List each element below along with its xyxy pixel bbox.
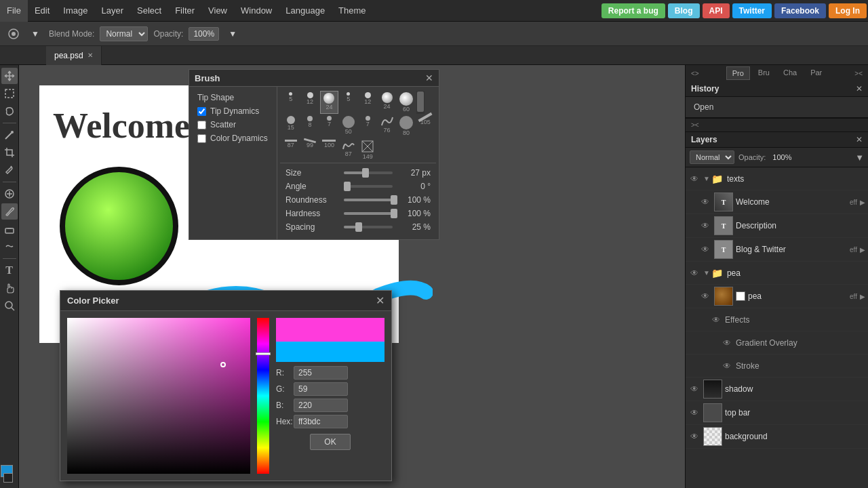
file-tab[interactable]: pea.psd ✕	[46, 46, 102, 65]
brush-tip-11[interactable]: 50	[339, 115, 357, 138]
brush-tip-18[interactable]: 100	[320, 138, 338, 161]
scatter-section[interactable]: Scatter	[193, 118, 273, 131]
brush-tip-1[interactable]: 5	[281, 91, 300, 114]
menu-view[interactable]: View	[201, 0, 234, 22]
tool-eyedropper[interactable]	[1, 162, 18, 178]
layer-top-bar[interactable]: 👁 top bar	[686, 401, 868, 425]
brush-panel-close[interactable]: ✕	[425, 73, 433, 83]
layer-vis-topbar[interactable]: 👁	[688, 407, 701, 419]
layer-gradient-overlay[interactable]: 👁 Gradient Overlay	[686, 331, 868, 354]
menu-theme[interactable]: Theme	[332, 0, 372, 22]
layers-close[interactable]: ✕	[856, 135, 863, 144]
color-dynamics-checkbox[interactable]	[197, 134, 206, 143]
brush-tip-9[interactable]: 8	[300, 115, 319, 138]
tool-brush-icon[interactable]	[5, 26, 22, 42]
layer-shadow[interactable]: 👁 shadow	[686, 378, 868, 401]
brush-tip-5[interactable]: 12	[359, 91, 377, 114]
hex-input[interactable]	[294, 415, 348, 428]
pro-tab[interactable]: Pro	[726, 66, 750, 80]
tool-zoom[interactable]	[1, 298, 18, 314]
canvas-area[interactable]: Welcome to Ph Photopea g - adva - supp P…	[19, 65, 685, 488]
brush-tip-14[interactable]: 80	[397, 115, 415, 138]
history-item-open[interactable]: Open	[688, 100, 865, 115]
layer-vis-pea[interactable]: 👁	[699, 290, 711, 302]
layer-expand-blog[interactable]: ▶	[860, 246, 865, 253]
opacity-dropdown-icon[interactable]: ▼	[224, 26, 241, 42]
blend-mode-select[interactable]: Normal Multiply Screen	[100, 26, 148, 41]
menu-image[interactable]: Image	[56, 0, 94, 22]
color-picker-close[interactable]: ✕	[376, 294, 384, 307]
background-color[interactable]	[3, 473, 13, 483]
layer-vis-shadow[interactable]: 👁	[688, 383, 701, 395]
menu-filter[interactable]: Filter	[168, 0, 201, 22]
roundness-slider[interactable]	[344, 199, 393, 201]
b-input[interactable]	[294, 399, 348, 412]
tool-heal[interactable]	[1, 186, 18, 202]
color-gradient-area[interactable]	[67, 318, 250, 474]
menu-layer[interactable]: Layer	[95, 0, 131, 22]
layer-pea-image[interactable]: 👁 pea eff ▶	[686, 285, 868, 308]
layer-expand-welcome[interactable]: ▶	[860, 199, 865, 206]
tool-brush[interactable]	[1, 203, 18, 220]
tool-move[interactable]	[1, 68, 18, 84]
layer-effects[interactable]: 👁 Effects	[686, 308, 868, 331]
layer-background[interactable]: 👁 background	[686, 425, 868, 449]
facebook-button[interactable]: Facebook	[774, 3, 826, 18]
brush-tip-13[interactable]: 76	[378, 115, 396, 138]
brush-tip-15[interactable]: 105	[416, 115, 435, 138]
menu-edit[interactable]: Edit	[28, 0, 56, 22]
layer-vis-desc[interactable]: 👁	[699, 220, 711, 232]
angle-slider[interactable]	[344, 185, 393, 188]
layer-vis-blog[interactable]: 👁	[699, 243, 711, 256]
brush-tip-3-selected[interactable]: 24	[320, 91, 338, 114]
tool-hand[interactable]	[1, 280, 18, 296]
twitter-button[interactable]: Twitter	[732, 3, 772, 18]
g-input[interactable]	[294, 382, 348, 396]
brush-tip-17[interactable]: 99	[300, 138, 319, 161]
opacity-value[interactable]: 100%	[189, 27, 219, 41]
api-button[interactable]: API	[703, 3, 730, 18]
tool-text[interactable]: T	[1, 262, 18, 279]
layers-blend-select[interactable]: Normal	[690, 150, 734, 164]
history-close[interactable]: ✕	[856, 84, 863, 94]
layer-texts-folder[interactable]: 👁 ▼ 📁 texts	[686, 167, 868, 190]
blog-button[interactable]: Blog	[668, 3, 700, 18]
brush-tip-16[interactable]: 87	[281, 138, 300, 161]
r-input[interactable]	[294, 366, 348, 380]
login-button[interactable]: Log In	[829, 3, 867, 18]
menu-window[interactable]: Window	[234, 0, 279, 22]
tip-dynamics-section[interactable]: Tip Dynamics	[193, 104, 273, 118]
layer-vis-pea-folder[interactable]: 👁	[688, 267, 701, 279]
layers-opacity-dropdown[interactable]: ▼	[855, 152, 864, 163]
hardness-slider[interactable]	[344, 212, 393, 215]
layer-vis-effects[interactable]: 👁	[710, 314, 722, 326]
layer-vis-welcome[interactable]: 👁	[699, 196, 711, 208]
layer-vis-stroke[interactable]: 👁	[721, 360, 733, 372]
layer-stroke[interactable]: 👁 Stroke	[686, 354, 868, 378]
scatter-checkbox[interactable]	[197, 121, 206, 129]
layer-vis-bg[interactable]: 👁	[688, 430, 701, 443]
layer-vis-gradient[interactable]: 👁	[721, 337, 733, 349]
brush-tip-20[interactable]: 149	[359, 138, 377, 161]
tool-select-rect[interactable]	[1, 85, 18, 102]
panels-nav-left[interactable]: <>	[688, 68, 702, 79]
layer-welcome[interactable]: 👁 T Welcome eff ▶	[686, 190, 868, 214]
brush-tip-12[interactable]: 7	[359, 115, 377, 138]
layer-pea-folder[interactable]: 👁 ▼ 📁 pea	[686, 262, 868, 285]
layer-expand-texts[interactable]: ▼	[703, 175, 710, 182]
color-hue-bar[interactable]	[257, 318, 269, 474]
tool-smudge[interactable]	[1, 239, 18, 255]
layer-blog-twitter[interactable]: 👁 T Blog & Twitter eff ▶	[686, 238, 868, 262]
menu-select[interactable]: Select	[130, 0, 168, 22]
menu-language[interactable]: Language	[279, 0, 332, 22]
report-bug-button[interactable]: Report a bug	[601, 3, 665, 18]
layer-description[interactable]: 👁 T Description	[686, 214, 868, 238]
color-ok-button[interactable]: OK	[310, 434, 350, 450]
size-slider[interactable]	[344, 171, 393, 174]
brush-tip-19[interactable]: 87	[339, 138, 357, 161]
brush-scrollbar[interactable]	[416, 91, 425, 114]
brush-tip-2[interactable]: 12	[300, 91, 319, 114]
layer-vis-texts[interactable]: 👁	[688, 173, 701, 185]
spacing-slider[interactable]	[344, 226, 393, 228]
par-tab[interactable]: Par	[805, 66, 827, 80]
